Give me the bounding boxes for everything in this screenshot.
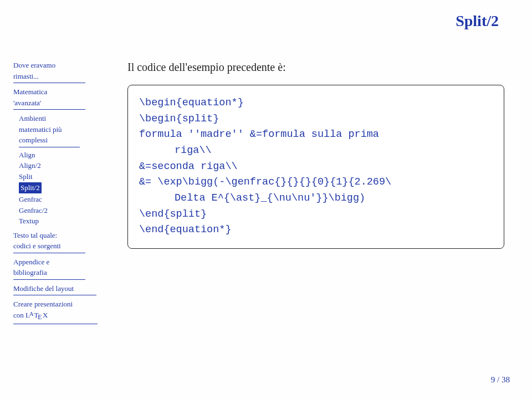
nav-rule <box>13 253 85 253</box>
code-line: \begin{equation*} <box>139 95 493 111</box>
nav-subitem[interactable]: Ambienti <box>19 113 108 124</box>
nav-rule <box>19 147 80 147</box>
latex-logo: LATEX <box>25 311 48 319</box>
nav-rule <box>13 324 98 324</box>
nav-item: Dove eravamo <box>13 60 108 71</box>
nav-item: Creare presentazioni <box>13 299 108 310</box>
code-line: \begin{split} <box>139 111 493 127</box>
nav-rule <box>13 109 85 110</box>
nav-subitem: complessi <box>19 135 108 146</box>
slide-title: Split/2 <box>456 12 499 30</box>
code-line: formula ''madre'' &=formula sulla prima <box>139 127 493 143</box>
nav-rule <box>13 295 96 295</box>
code-listing: \begin{equation*} \begin{split} formula … <box>127 85 504 249</box>
nav-subitem-genfrac2[interactable]: Genfrac/2 <box>19 205 108 216</box>
nav-subitem: matematici più <box>19 124 108 135</box>
sidebar: Dove eravamo rimasti... Matematica 'avan… <box>13 60 108 328</box>
nav-item: Testo tal quale: <box>13 230 108 241</box>
nav-subitem-align[interactable]: Align <box>19 150 108 161</box>
code-line: &=seconda riga\\ <box>139 159 493 175</box>
nav-section-3[interactable]: Testo tal quale: codici e sorgenti <box>13 230 108 253</box>
nav-item: bibliografia <box>13 267 108 278</box>
nav-item: 'avanzata' <box>13 98 108 109</box>
nav-subitem-genfrac[interactable]: Genfrac <box>19 194 108 205</box>
content-area: Il codice dell'esempio precedente è: \be… <box>127 61 504 249</box>
intro-text: Il codice dell'esempio precedente è: <box>127 61 504 74</box>
nav-item: rimasti... <box>13 71 108 82</box>
code-line: \end{equation*} <box>139 222 493 238</box>
nav-section-1[interactable]: Dove eravamo rimasti... <box>13 60 108 83</box>
code-line: \end{split} <box>139 207 493 223</box>
nav-subitem-align2[interactable]: Align/2 <box>19 160 108 171</box>
nav-subitem-textup[interactable]: Textup <box>19 216 108 227</box>
nav-selected: Split/2 <box>19 182 42 193</box>
nav-section-6[interactable]: Creare presentazioni con LATEX <box>13 299 108 324</box>
nav-item: Appendice e <box>13 257 108 268</box>
nav-section-4[interactable]: Appendice e bibliografia <box>13 257 108 280</box>
nav-item: Matematica <box>13 86 108 98</box>
nav-section-5[interactable]: Modifiche del layout <box>13 283 108 296</box>
nav-rule <box>13 279 85 280</box>
nav-item: con LATEX <box>13 310 108 323</box>
nav-item: codici e sorgenti <box>13 241 108 252</box>
code-line: &= \exp\bigg(-\genfrac{}{}{}{0}{1}{2.269… <box>139 175 493 191</box>
nav-rule <box>13 83 85 83</box>
nav-item: Modifiche del layout <box>13 283 108 294</box>
page-number: 9 / 38 <box>491 375 510 385</box>
nav-subitem-split2[interactable]: Split/2 <box>19 182 108 194</box>
code-line: riga\\ <box>139 143 493 159</box>
nav-section-2[interactable]: Matematica 'avanzata' Ambienti matematic… <box>13 86 108 227</box>
nav-subitem-split[interactable]: Split <box>19 171 108 182</box>
nav-item-text: con <box>13 311 25 319</box>
code-line: Delta E^{\ast}_{\nu\nu'}}\bigg) <box>139 191 493 207</box>
